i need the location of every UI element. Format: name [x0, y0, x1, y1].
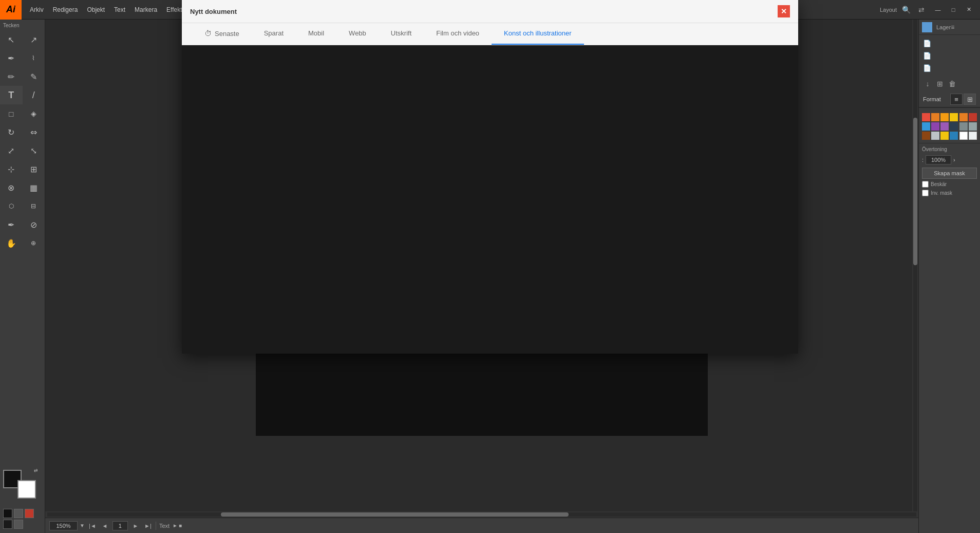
- tool-row-4: T /: [0, 86, 45, 104]
- swatch-silver[interactable]: [931, 132, 939, 140]
- inv-mask-checkbox[interactable]: [922, 190, 929, 196]
- menu-markera[interactable]: Markera: [130, 0, 161, 19]
- reflect-tool[interactable]: ⇔: [23, 123, 45, 141]
- swatch-yellow-orange[interactable]: [950, 113, 958, 121]
- vertical-scrollbar[interactable]: [912, 20, 918, 511]
- swatch-light-gray[interactable]: [969, 122, 977, 131]
- symbol-sprayer-tool[interactable]: ⊗: [0, 178, 23, 197]
- tab-sparat[interactable]: Sparat: [252, 23, 296, 45]
- list-view-button[interactable]: ≡: [950, 94, 963, 105]
- swatch-brown[interactable]: [922, 132, 930, 140]
- column-graph-tool[interactable]: ▦: [23, 178, 45, 197]
- swap-colors-icon[interactable]: ⇄: [34, 468, 38, 473]
- last-page-button[interactable]: ►|: [143, 521, 153, 530]
- tool-row-9: ⊗ ▦: [0, 178, 45, 197]
- menu-objekt[interactable]: Objekt: [83, 0, 109, 19]
- swatch-purple[interactable]: [931, 122, 939, 131]
- swatch-blue[interactable]: [922, 122, 930, 131]
- gradient-title: Övertoning: [922, 146, 977, 152]
- zoom-dropdown-icon[interactable]: ▼: [80, 523, 85, 528]
- create-mask-button[interactable]: Skapa mask: [922, 168, 977, 179]
- tool-row-6: ↻ ⇔: [0, 123, 45, 141]
- play-button[interactable]: ►: [173, 523, 178, 528]
- pattern-swatch[interactable]: [14, 520, 23, 529]
- page-number-input[interactable]: [112, 521, 128, 530]
- menu-text[interactable]: Text: [110, 0, 129, 19]
- scroll-thumb[interactable]: [221, 512, 569, 517]
- color-swatch[interactable]: [25, 509, 34, 518]
- swatch-red-dark[interactable]: [969, 113, 977, 121]
- gradient-swatch[interactable]: [3, 520, 12, 529]
- eraser-tool[interactable]: ◈: [23, 104, 45, 123]
- swatch-purple-light[interactable]: [940, 122, 949, 131]
- rectangle-tool[interactable]: □: [0, 104, 23, 123]
- next-page-button[interactable]: ►: [131, 521, 140, 530]
- tab-konst-illustrationer[interactable]: Konst och illustrationer: [492, 23, 584, 45]
- pen-tool[interactable]: ✒: [0, 215, 23, 234]
- prev-page-button[interactable]: ◄: [100, 521, 109, 530]
- zoom-value-input[interactable]: [49, 521, 78, 530]
- tab-utskrift[interactable]: Utskrift: [379, 23, 424, 45]
- delete-layer-icon[interactable]: 🗑: [947, 78, 958, 89]
- tab-senaste[interactable]: ⏱ Senaste: [192, 23, 252, 45]
- layout-label: Layout: [880, 7, 897, 13]
- sync-icon[interactable]: ⇄: [915, 4, 928, 16]
- grid-view-button[interactable]: ⊞: [964, 94, 976, 105]
- pencil-tool[interactable]: ✎: [23, 67, 45, 86]
- anchor-point-tool[interactable]: ✒: [0, 49, 23, 67]
- tab-webb[interactable]: Webb: [336, 23, 379, 45]
- search-icon[interactable]: 🔍: [900, 4, 912, 16]
- tab-mobil[interactable]: Mobil: [296, 23, 336, 45]
- background-color[interactable]: [17, 480, 36, 499]
- new-layer-icon[interactable]: ⊞: [934, 78, 946, 89]
- top-right-controls: Layout 🔍 ⇄ — □ ✕: [880, 3, 980, 17]
- gradient-section: Övertoning : › Skapa mask Beskär Inv. ma…: [919, 143, 980, 199]
- swatch-orange[interactable]: [940, 113, 949, 121]
- warp-tool[interactable]: ⤡: [23, 141, 45, 160]
- dialog-close-button[interactable]: ✕: [778, 5, 790, 17]
- first-page-button[interactable]: |◄: [88, 521, 97, 530]
- swatch-yellow[interactable]: [940, 132, 949, 140]
- swatch-blue-dark[interactable]: [950, 132, 958, 140]
- direct-selection-tool[interactable]: ↗: [23, 30, 45, 49]
- paintbrush-tool[interactable]: ✏: [0, 67, 23, 86]
- gradient-percent-input[interactable]: [926, 155, 951, 164]
- move-layer-down-icon[interactable]: ↓: [922, 78, 933, 89]
- swatch-red[interactable]: [922, 113, 930, 121]
- hand-tool[interactable]: ✋: [0, 234, 23, 252]
- menu-arkiv[interactable]: Arkiv: [26, 0, 48, 19]
- tab-film-video[interactable]: Film och video: [424, 23, 492, 45]
- none-swatch[interactable]: [3, 509, 12, 518]
- smooth-tool[interactable]: ⌇: [23, 49, 45, 67]
- artboard-tool[interactable]: ⬡: [0, 197, 23, 215]
- swatch-orange-dark[interactable]: [931, 113, 939, 121]
- horizontal-scrollbar[interactable]: [45, 511, 918, 518]
- tool-row-12: ✋ ⊕: [0, 234, 45, 252]
- swatch-orange-2[interactable]: [959, 113, 968, 121]
- slice-tool[interactable]: ⊟: [23, 197, 45, 215]
- rotate-tool[interactable]: ↻: [0, 123, 23, 141]
- v-scroll-thumb[interactable]: [913, 118, 917, 265]
- close-button[interactable]: ✕: [962, 3, 976, 17]
- width-tool[interactable]: ⊹: [0, 160, 23, 178]
- swatch-gray[interactable]: [959, 122, 968, 131]
- knife-tool[interactable]: ⊘: [23, 215, 45, 234]
- white-swatch[interactable]: [14, 509, 23, 518]
- gradient-arrow-icon[interactable]: ›: [953, 157, 955, 163]
- stop-button[interactable]: ■: [179, 523, 182, 528]
- line-segment-tool[interactable]: /: [23, 86, 45, 104]
- beskär-checkbox[interactable]: [922, 181, 929, 188]
- selection-tool[interactable]: ↖: [0, 30, 23, 49]
- panel-options-icon[interactable]: ≡: [951, 24, 954, 31]
- inv-mask-row: Inv. mask: [922, 190, 977, 196]
- type-tool[interactable]: T: [0, 86, 23, 104]
- free-transform-tool[interactable]: ⊞: [23, 160, 45, 178]
- scale-tool[interactable]: ⤢: [0, 141, 23, 160]
- maximize-button[interactable]: □: [946, 3, 960, 17]
- zoom-tool[interactable]: ⊕: [23, 234, 45, 252]
- menu-redigera[interactable]: Redigera: [49, 0, 82, 19]
- swatch-white[interactable]: [959, 132, 968, 140]
- swatch-dark-navy[interactable]: [950, 122, 958, 131]
- swatch-off-white[interactable]: [969, 132, 977, 140]
- minimize-button[interactable]: —: [931, 3, 945, 17]
